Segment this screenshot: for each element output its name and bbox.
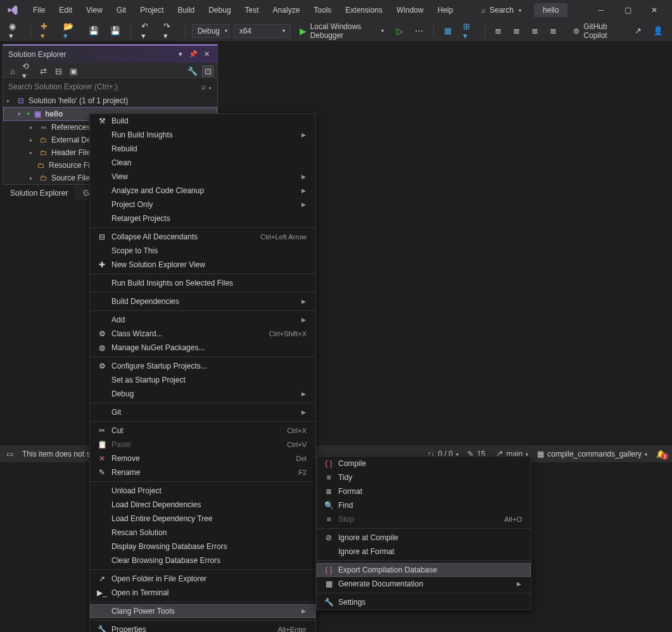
tb-misc-1[interactable]: ⋯: [411, 23, 427, 38]
platform-dropdown[interactable]: x64▾: [234, 24, 291, 38]
ctx-item-clang-power-tools[interactable]: Clang Power Tools▶: [90, 604, 315, 618]
tb-indent-out[interactable]: ≣: [491, 23, 505, 38]
tree-solution-root[interactable]: ▸⊟ Solution 'hello' (1 of 1 project): [3, 94, 217, 107]
ctx-item-project-only[interactable]: Project Only▶: [90, 198, 315, 212]
config-dropdown[interactable]: Debug▾: [192, 24, 230, 38]
tb-icon-a[interactable]: ▦: [440, 23, 455, 38]
status-notifications[interactable]: 🔔 1: [656, 450, 666, 458]
ctx-item-collapse-all-descendants[interactable]: ⊟Collapse All DescendantsCtrl+Left Arrow: [90, 230, 315, 244]
preview-icon[interactable]: ⊡: [202, 65, 213, 77]
ctx-item-run-build-insights-on-selected-files[interactable]: Run Build Insights on Selected Files: [90, 276, 315, 290]
github-copilot-button[interactable]: ⊚ GitHub Copilot: [568, 20, 627, 42]
redo-button[interactable]: ↷ ▾: [160, 19, 179, 43]
ctx-item-rescan-solution[interactable]: Rescan Solution: [90, 526, 315, 540]
ctx-item-ignore-at-compile[interactable]: ⊘Ignore at Compile: [317, 531, 531, 545]
menu-debug[interactable]: Debug: [202, 2, 237, 18]
tb-uncomment[interactable]: ≣: [546, 23, 561, 38]
menu-git[interactable]: Git: [110, 2, 132, 18]
menu-window[interactable]: Window: [390, 2, 430, 18]
status-repo[interactable]: ▦ compile_commands_gallery ▴: [537, 450, 647, 458]
start-without-debug-button[interactable]: ▷: [393, 23, 407, 39]
show-all-icon[interactable]: ▣: [68, 65, 79, 77]
close-button[interactable]: ✕: [642, 1, 667, 20]
ctx-item-debug[interactable]: Debug▶: [90, 387, 315, 401]
ctx-item-load-direct-dependencies[interactable]: Load Direct Dependencies: [90, 498, 315, 512]
ctx-item-export-compilation-database[interactable]: { }Export Compilation Database: [317, 563, 531, 577]
menu-edit[interactable]: Edit: [53, 2, 79, 18]
ctx-item-retarget-projects[interactable]: Retarget Projects: [90, 212, 315, 225]
refresh-icon[interactable]: ⟲ ▾: [22, 65, 34, 77]
ctx-item-compile[interactable]: { }Compile: [317, 457, 531, 471]
ctx-item-set-as-startup-project[interactable]: Set as Startup Project: [90, 373, 315, 387]
ctx-item-clean[interactable]: Clean: [90, 156, 315, 170]
ctx-item-add[interactable]: Add▶: [90, 313, 315, 327]
ctx-item-tidy[interactable]: ≡Tidy: [317, 471, 531, 484]
menu-build[interactable]: Build: [172, 2, 201, 18]
menu-tools[interactable]: Tools: [307, 2, 338, 18]
tb-indent-in[interactable]: ≣: [509, 23, 524, 38]
account-button[interactable]: 👤: [649, 23, 667, 38]
ctx-item-load-entire-dependency-tree[interactable]: Load Entire Dependency Tree: [90, 512, 315, 526]
home-icon[interactable]: ⌂: [7, 65, 18, 77]
solution-search-input[interactable]: [8, 82, 201, 91]
tb-icon-b[interactable]: ⊞ ▾: [459, 19, 478, 43]
ctx-item-analyze-and-code-cleanup[interactable]: Analyze and Code Cleanup▶: [90, 184, 315, 198]
ctx-item-scope-to-this[interactable]: Scope to This: [90, 244, 315, 258]
menu-extensions[interactable]: Extensions: [339, 2, 389, 18]
maximize-button[interactable]: ▢: [615, 1, 640, 20]
save-button[interactable]: 💾: [85, 23, 103, 38]
search-icon[interactable]: ⌕ ▾: [201, 82, 212, 91]
open-button[interactable]: 📂 ▾: [60, 19, 81, 43]
ctx-item-class-wizard-[interactable]: ⚙Class Wizard...Ctrl+Shift+X: [90, 327, 315, 341]
solution-search[interactable]: ⌕ ▾: [3, 80, 217, 94]
ctx-item-find[interactable]: 🔍Find: [317, 498, 531, 512]
ctx-item-generate-documentation[interactable]: ▦Generate Documentation▶: [317, 577, 531, 591]
ctx-item-ignore-at-format[interactable]: Ignore at Format: [317, 545, 531, 559]
panel-pin-button[interactable]: 📌: [186, 49, 200, 60]
tb-comment[interactable]: ≣: [528, 23, 542, 38]
share-button[interactable]: ↗: [631, 23, 645, 38]
panel-close-button[interactable]: ✕: [201, 49, 212, 60]
ctx-item-configure-startup-projects-[interactable]: ⚙Configure Startup Projects...: [90, 359, 315, 373]
ctx-item-rename[interactable]: ✎RenameF2: [90, 465, 315, 479]
solution-explorer-titlebar[interactable]: Solution Explorer ▾ 📌 ✕: [3, 46, 217, 63]
collapse-all-icon[interactable]: ⊟: [53, 65, 64, 77]
ctx-item-git[interactable]: Git▶: [90, 405, 315, 419]
ctx-item-run-build-insights[interactable]: Run Build Insights▶: [90, 128, 315, 142]
ctx-item-remove[interactable]: ✕RemoveDel: [90, 452, 315, 465]
ctx-item-manage-nuget-packages-[interactable]: ◍Manage NuGet Packages...: [90, 341, 315, 355]
menu-test[interactable]: Test: [239, 2, 265, 18]
context-menu[interactable]: ⚒BuildRun Build Insights▶RebuildCleanVie…: [89, 113, 316, 632]
ctx-item-view[interactable]: View▶: [90, 170, 315, 184]
menu-analyze[interactable]: Analyze: [267, 2, 307, 18]
ctx-item-display-browsing-database-errors[interactable]: Display Browsing Database Errors: [90, 540, 315, 553]
minimize-button[interactable]: ─: [588, 1, 614, 20]
panel-dropdown-button[interactable]: ▾: [176, 49, 185, 60]
back-button[interactable]: ◉ ▾: [5, 19, 24, 43]
ctx-item-settings[interactable]: 🔧Settings: [317, 595, 531, 609]
save-all-button[interactable]: 💾: [106, 23, 124, 38]
menu-project[interactable]: Project: [134, 2, 170, 18]
ctx-item-properties[interactable]: 🔧PropertiesAlt+Enter: [90, 623, 315, 632]
ctx-item-unload-project[interactable]: Unload Project: [90, 484, 315, 498]
sync-icon[interactable]: ⇄: [37, 65, 49, 77]
new-item-button[interactable]: ✚ ▾: [37, 19, 56, 43]
tab-solution-explorer[interactable]: Solution Explorer: [3, 185, 75, 201]
menu-file[interactable]: File: [27, 2, 51, 18]
start-debugger-button[interactable]: ▶ Local Windows Debugger ▾: [295, 20, 389, 42]
context-submenu-clang[interactable]: { }Compile≡Tidy≣Format🔍Find■StopAlt+O⊘Ig…: [316, 456, 531, 610]
ctx-item-clear-browsing-database-errors[interactable]: Clear Browsing Database Errors: [90, 553, 315, 567]
undo-button[interactable]: ↶ ▾: [137, 19, 156, 43]
ctx-item-new-solution-explorer-view[interactable]: ✚New Solution Explorer View: [90, 258, 315, 272]
ctx-item-build-dependencies[interactable]: Build Dependencies▶: [90, 294, 315, 308]
ctx-item-rebuild[interactable]: Rebuild: [90, 142, 315, 156]
ctx-item-build[interactable]: ⚒Build: [90, 114, 315, 128]
search-box[interactable]: ⌕ Search ▾: [475, 3, 528, 17]
menu-view[interactable]: View: [80, 2, 109, 18]
ctx-item-format[interactable]: ≣Format: [317, 484, 531, 498]
ctx-item-open-in-terminal[interactable]: ▶_Open in Terminal: [90, 586, 315, 600]
ctx-item-open-folder-in-file-explorer[interactable]: ↗Open Folder in File Explorer: [90, 572, 315, 586]
ctx-item-cut[interactable]: ✂CutCtrl+X: [90, 424, 315, 438]
menu-help[interactable]: Help: [431, 2, 460, 18]
properties-icon[interactable]: 🔧: [187, 65, 198, 77]
